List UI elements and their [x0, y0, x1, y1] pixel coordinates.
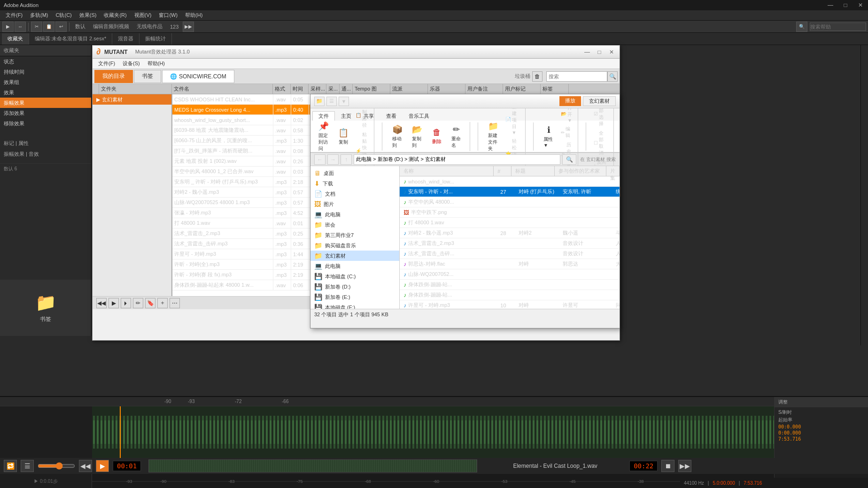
- col-genre[interactable]: 流派: [390, 84, 428, 94]
- explorer-back[interactable]: 📁: [314, 97, 325, 106]
- menu-multitrack[interactable]: 多轨(M): [26, 11, 52, 20]
- list-item[interactable]: ♪山脉-WQ2007052...: [400, 269, 620, 280]
- transport-play[interactable]: ▶: [96, 460, 109, 472]
- nav-up-btn[interactable]: ↑: [341, 154, 352, 165]
- ribbon-btn-copyto[interactable]: 📂 复制到: [408, 122, 426, 151]
- list-item[interactable]: ♪对峙2 - 魏小遥.mp3 28 对峙2 魏小遥 斗破苍穹 动漫|第一季...: [400, 228, 620, 238]
- left-item-pics[interactable]: 🖼 图片: [310, 199, 399, 209]
- tool-paste[interactable]: 📋: [43, 22, 54, 32]
- more-presets[interactable]: ▶▶: [183, 22, 194, 32]
- action-play-once[interactable]: ⏵: [121, 298, 131, 308]
- panel-item-remove[interactable]: 移除效果: [0, 118, 91, 129]
- tool-move[interactable]: ▶: [2, 22, 14, 32]
- action-add[interactable]: ＋: [157, 298, 168, 308]
- panel-item-duration[interactable]: 持续时间: [0, 67, 91, 77]
- list-item[interactable]: ♪半空中的风 48000...: [400, 197, 620, 207]
- left-item-week3[interactable]: 📁 第三周作业7: [310, 230, 399, 240]
- left-item-this-pc[interactable]: 💻 此电脑: [310, 261, 399, 271]
- action-prev[interactable]: ◀◀: [96, 298, 107, 308]
- panel-item-effects[interactable]: 效果: [0, 87, 91, 98]
- list-item[interactable]: ♪法术_雷霆击_击碎... 音效设计 人参菩: [400, 249, 620, 259]
- action-next[interactable]: ▶: [108, 298, 119, 308]
- playback-waveform[interactable]: [148, 459, 477, 473]
- action-edit[interactable]: ✏: [133, 298, 143, 308]
- col-user-marks[interactable]: 用户标记: [503, 84, 541, 94]
- tab-editor[interactable]: 编辑器:未命名混音项目 2.sesx*: [29, 33, 112, 45]
- trash-icon[interactable]: 🗑: [532, 71, 542, 82]
- exp-col-name[interactable]: 名称: [400, 166, 494, 176]
- minimize-btn[interactable]: —: [823, 0, 838, 10]
- transport-skip-forward[interactable]: ▶▶: [678, 460, 691, 472]
- exp-col-album[interactable]: 唱片集: [606, 166, 620, 176]
- folder-item-selected[interactable]: ▶ 玄幻素材: [93, 94, 171, 105]
- play-button[interactable]: 播放: [559, 96, 581, 106]
- ribbon-tab-view[interactable]: 查看: [380, 111, 403, 121]
- mutant-maximize[interactable]: □: [593, 47, 605, 57]
- tab-mixer[interactable]: 混音器: [112, 33, 140, 45]
- preset-default[interactable]: 数认: [71, 23, 89, 30]
- list-item[interactable]: ♪身体跌倒-蹦蹦-站...: [400, 280, 620, 290]
- col-filename[interactable]: 文件名: [172, 84, 273, 94]
- transport-stop[interactable]: ⏹: [661, 460, 674, 472]
- list-item[interactable]: ♪郭思达-对峙.flac 对峙 郭思达 大夫宣言 影视|原声带: [400, 259, 620, 269]
- col-ch1[interactable]: 采...: [326, 84, 340, 94]
- col-sample[interactable]: 采样...: [309, 84, 326, 94]
- tool-cut[interactable]: ✂: [31, 22, 42, 32]
- ribbon-btn-move[interactable]: 📦 移动到: [388, 122, 407, 151]
- exp-col-num[interactable]: #: [494, 166, 512, 176]
- xuanhuan-button[interactable]: 玄幻素材: [583, 96, 616, 106]
- ribbon-btn-edit[interactable]: ✏ 编辑: [559, 125, 574, 140]
- mutant-search-input[interactable]: [546, 71, 607, 82]
- transport-rewind[interactable]: ◀◀: [79, 460, 92, 472]
- col-instrument[interactable]: 乐器: [428, 84, 465, 94]
- ribbon-btn-copy[interactable]: 📋 复制: [334, 125, 353, 148]
- ribbon-btn-shortcut[interactable]: ⚡ 粘贴快捷方式: [354, 130, 370, 172]
- menu-help[interactable]: 帮助(H): [181, 11, 206, 20]
- panel-item-add[interactable]: 添加效果: [0, 108, 91, 118]
- left-item-drive-d[interactable]: 💾 新加卷 (D:): [310, 282, 399, 292]
- panel-item-amplitude[interactable]: 振幅效果: [0, 98, 91, 108]
- mutant-menu-device[interactable]: 设备(S): [119, 59, 144, 68]
- col-user-notes[interactable]: 用户备注: [465, 84, 503, 94]
- menu-favorites[interactable]: 收藏夹(R): [100, 11, 130, 20]
- search-btn[interactable]: 🔍: [607, 71, 618, 82]
- ribbon-btn-properties[interactable]: ℹ 属性 ▼: [539, 122, 558, 150]
- menu-clip[interactable]: C轨(C): [52, 11, 76, 20]
- panel-item-status[interactable]: 状态: [0, 56, 91, 67]
- menu-effects[interactable]: 效果(S): [76, 11, 101, 20]
- maximize-btn[interactable]: □: [838, 0, 853, 10]
- menu-file[interactable]: 文件(F): [2, 11, 26, 20]
- tool-undo[interactable]: ↩: [55, 22, 67, 32]
- ribbon-btn-select-none[interactable]: ☐ 全部取消: [592, 129, 610, 157]
- preset-edit[interactable]: 编辑音频到视频: [89, 23, 133, 30]
- left-item-class[interactable]: 📁 班会: [310, 220, 399, 230]
- list-item[interactable]: ♪身体跌倒-蹦蹦-站...: [400, 290, 620, 300]
- help-search-input[interactable]: [810, 23, 866, 31]
- panel-item-effects-group[interactable]: 效果组: [0, 77, 91, 87]
- preset-123[interactable]: 123: [166, 24, 182, 30]
- loop-btn[interactable]: 🔁: [4, 460, 17, 472]
- ribbon-tab-music[interactable]: 音乐工具: [403, 111, 435, 121]
- menu-view[interactable]: 视图(V): [131, 11, 155, 20]
- ribbon-btn-pin[interactable]: 📌 固定到访问: [314, 119, 333, 154]
- tool-select[interactable]: ↔: [15, 22, 26, 32]
- ribbon-btn-easy-access[interactable]: ⭐ 轻松访问 ▼: [504, 137, 522, 170]
- mutant-menu-file[interactable]: 文件(F): [94, 59, 119, 68]
- left-item-desktop[interactable]: 🖥 桌面: [310, 168, 399, 178]
- left-item-purchase[interactable]: 📁 购买磁盘音乐: [310, 240, 399, 251]
- left-item-drive-c[interactable]: 💾 本地磁盘 (C:): [310, 271, 399, 282]
- ribbon-btn-rename[interactable]: ✏ 重命名: [447, 122, 466, 151]
- waveform-display[interactable]: [92, 406, 774, 458]
- close-btn[interactable]: ✕: [853, 0, 868, 10]
- mutant-tab-sonicwire[interactable]: 🌐 SONICWIRE.COM: [162, 70, 234, 83]
- list-item[interactable]: ♪whoosh_wind_low...: [400, 176, 620, 187]
- path-input[interactable]: [354, 154, 560, 165]
- search-icon[interactable]: 🔍: [796, 22, 807, 32]
- mutant-close[interactable]: ✕: [605, 47, 618, 57]
- col-folder[interactable]: 文件夹: [99, 84, 172, 94]
- exp-col-title[interactable]: 标题: [512, 166, 555, 176]
- list-item[interactable]: ♪法术_雷霆击_2.mp3 音效设计 人参菩: [400, 238, 620, 249]
- tab-amplitude[interactable]: 振幅统计: [140, 33, 172, 45]
- list-item[interactable]: ♪许昱可 - 对峙.mp3 10 对峙 许昱可 问天意 电视|原声大碟: [400, 300, 620, 309]
- mutant-minimize[interactable]: —: [581, 47, 593, 57]
